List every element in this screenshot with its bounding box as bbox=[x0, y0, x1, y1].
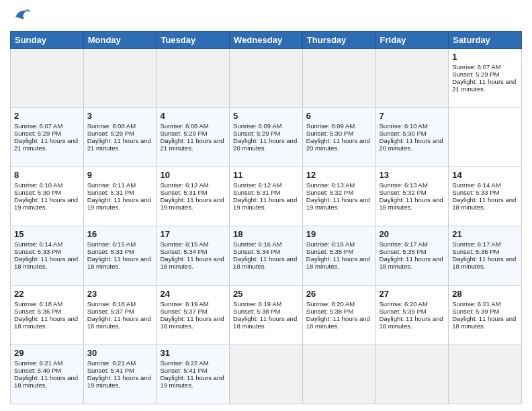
day-number: 24 bbox=[160, 289, 226, 299]
page: SundayMondayTuesdayWednesdayThursdayFrid… bbox=[0, 0, 532, 411]
daylight: Daylight: 11 hours and 19 minutes. bbox=[160, 374, 224, 389]
day-of-week-header: Saturday bbox=[449, 32, 522, 49]
day-number: 14 bbox=[452, 170, 518, 180]
sunrise: Sunrise: 6:17 AM bbox=[452, 240, 500, 248]
day-number: 15 bbox=[14, 229, 80, 239]
sunrise: Sunrise: 6:17 AM bbox=[380, 240, 428, 248]
empty-cell bbox=[83, 49, 157, 108]
sunset: Sunset: 5:39 PM bbox=[380, 308, 427, 315]
day-cell: 8 Sunrise: 6:10 AM Sunset: 5:30 PM Dayli… bbox=[11, 167, 84, 226]
day-cell: 21 Sunrise: 6:17 AM Sunset: 5:36 PM Dayl… bbox=[449, 226, 522, 285]
daylight: Daylight: 11 hours and 21 minutes. bbox=[452, 78, 516, 93]
day-number: 6 bbox=[306, 111, 372, 121]
day-number: 1 bbox=[452, 52, 518, 62]
daylight: Daylight: 11 hours and 18 minutes. bbox=[306, 255, 370, 270]
day-number: 9 bbox=[87, 170, 153, 180]
sunset: Sunset: 5:32 PM bbox=[306, 189, 353, 196]
day-cell: 14 Sunrise: 6:14 AM Sunset: 5:33 PM Dayl… bbox=[449, 167, 522, 226]
day-cell: 19 Sunrise: 6:16 AM Sunset: 5:35 PM Dayl… bbox=[302, 226, 375, 285]
day-cell: 20 Sunrise: 6:17 AM Sunset: 5:35 PM Dayl… bbox=[375, 226, 449, 285]
sunset: Sunset: 5:41 PM bbox=[87, 367, 134, 374]
sunset: Sunset: 5:31 PM bbox=[160, 189, 207, 196]
day-number: 18 bbox=[233, 229, 299, 239]
empty-cell bbox=[449, 345, 522, 404]
days-of-week-row: SundayMondayTuesdayWednesdayThursdayFrid… bbox=[11, 32, 522, 49]
daylight: Daylight: 11 hours and 18 minutes. bbox=[306, 315, 370, 330]
day-of-week-header: Tuesday bbox=[157, 32, 230, 49]
daylight: Daylight: 11 hours and 18 minutes. bbox=[14, 255, 78, 270]
day-cell: 17 Sunrise: 6:15 AM Sunset: 5:34 PM Dayl… bbox=[157, 226, 230, 285]
calendar-week: 1 Sunrise: 6:07 AM Sunset: 5:29 PM Dayli… bbox=[11, 49, 522, 108]
day-number: 11 bbox=[233, 170, 299, 180]
day-cell: 7 Sunrise: 6:10 AM Sunset: 5:30 PM Dayli… bbox=[375, 108, 449, 167]
sunset: Sunset: 5:33 PM bbox=[87, 248, 134, 255]
sunrise: Sunrise: 6:15 AM bbox=[160, 240, 208, 248]
daylight: Daylight: 11 hours and 18 minutes. bbox=[87, 315, 151, 330]
sunset: Sunset: 5:31 PM bbox=[233, 189, 280, 196]
daylight: Daylight: 11 hours and 19 minutes. bbox=[14, 196, 78, 211]
sunrise: Sunrise: 6:10 AM bbox=[14, 181, 62, 189]
daylight: Daylight: 11 hours and 19 minutes. bbox=[87, 196, 151, 211]
sunset: Sunset: 5:33 PM bbox=[14, 248, 61, 255]
sunrise: Sunrise: 6:15 AM bbox=[87, 240, 136, 248]
sunrise: Sunrise: 6:20 AM bbox=[306, 300, 355, 308]
day-cell: 9 Sunrise: 6:11 AM Sunset: 5:31 PM Dayli… bbox=[83, 167, 157, 226]
daylight: Daylight: 11 hours and 20 minutes. bbox=[380, 137, 443, 152]
daylight: Daylight: 11 hours and 18 minutes. bbox=[380, 315, 443, 330]
day-cell: 12 Sunrise: 6:13 AM Sunset: 5:32 PM Dayl… bbox=[302, 167, 375, 226]
sunrise: Sunrise: 6:14 AM bbox=[14, 240, 62, 248]
sunrise: Sunrise: 6:19 AM bbox=[233, 300, 281, 308]
sunset: Sunset: 5:29 PM bbox=[14, 130, 61, 137]
sunrise: Sunrise: 6:16 AM bbox=[306, 240, 355, 248]
day-cell: 24 Sunrise: 6:19 AM Sunset: 5:37 PM Dayl… bbox=[157, 285, 230, 345]
sunrise: Sunrise: 6:16 AM bbox=[233, 240, 281, 248]
day-number: 31 bbox=[160, 348, 226, 358]
calendar-week: 15 Sunrise: 6:14 AM Sunset: 5:33 PM Dayl… bbox=[11, 226, 522, 285]
day-cell: 16 Sunrise: 6:15 AM Sunset: 5:33 PM Dayl… bbox=[83, 226, 157, 285]
calendar-body: 1 Sunrise: 6:07 AM Sunset: 5:29 PM Dayli… bbox=[11, 49, 522, 404]
day-number: 28 bbox=[452, 289, 518, 299]
sunset: Sunset: 5:35 PM bbox=[380, 248, 427, 255]
sunset: Sunset: 5:37 PM bbox=[160, 308, 207, 315]
sunrise: Sunrise: 6:13 AM bbox=[380, 181, 428, 189]
day-of-week-header: Thursday bbox=[302, 32, 375, 49]
daylight: Daylight: 11 hours and 18 minutes. bbox=[233, 315, 297, 330]
day-number: 26 bbox=[306, 289, 372, 299]
day-number: 7 bbox=[380, 111, 445, 121]
sunset: Sunset: 5:34 PM bbox=[160, 248, 207, 255]
day-of-week-header: Friday bbox=[375, 32, 449, 49]
sunset: Sunset: 5:29 PM bbox=[452, 71, 499, 78]
daylight: Daylight: 11 hours and 18 minutes. bbox=[14, 374, 78, 389]
calendar-week: 8 Sunrise: 6:10 AM Sunset: 5:30 PM Dayli… bbox=[11, 167, 522, 226]
sunset: Sunset: 5:33 PM bbox=[452, 189, 499, 196]
day-cell: 18 Sunrise: 6:16 AM Sunset: 5:34 PM Dayl… bbox=[230, 226, 303, 285]
sunset: Sunset: 5:29 PM bbox=[87, 130, 134, 137]
header bbox=[10, 7, 522, 27]
day-number: 20 bbox=[380, 229, 445, 239]
sunset: Sunset: 5:38 PM bbox=[233, 308, 280, 315]
calendar-week: 29 Sunrise: 6:21 AM Sunset: 5:40 PM Dayl… bbox=[11, 345, 522, 404]
sunrise: Sunrise: 6:10 AM bbox=[380, 122, 428, 130]
sunrise: Sunrise: 6:22 AM bbox=[160, 359, 208, 367]
day-cell: 13 Sunrise: 6:13 AM Sunset: 5:32 PM Dayl… bbox=[375, 167, 449, 226]
sunset: Sunset: 5:29 PM bbox=[233, 130, 280, 137]
sunset: Sunset: 5:39 PM bbox=[452, 308, 499, 315]
sunrise: Sunrise: 6:09 AM bbox=[233, 122, 281, 130]
sunset: Sunset: 5:35 PM bbox=[306, 248, 353, 255]
daylight: Daylight: 11 hours and 19 minutes. bbox=[306, 196, 370, 211]
day-number: 23 bbox=[87, 289, 153, 299]
empty-cell bbox=[302, 345, 375, 404]
day-cell: 5 Sunrise: 6:09 AM Sunset: 5:29 PM Dayli… bbox=[230, 108, 303, 167]
day-of-week-header: Wednesday bbox=[230, 32, 303, 49]
day-cell: 3 Sunrise: 6:08 AM Sunset: 5:29 PM Dayli… bbox=[83, 108, 157, 167]
day-cell: 1 Sunrise: 6:07 AM Sunset: 5:29 PM Dayli… bbox=[449, 49, 522, 108]
sunset: Sunset: 5:40 PM bbox=[14, 367, 61, 374]
day-cell: 27 Sunrise: 6:20 AM Sunset: 5:39 PM Dayl… bbox=[375, 285, 449, 345]
day-cell: 31 Sunrise: 6:22 AM Sunset: 5:41 PM Dayl… bbox=[157, 345, 230, 404]
calendar: SundayMondayTuesdayWednesdayThursdayFrid… bbox=[10, 31, 522, 404]
empty-cell bbox=[230, 49, 303, 108]
empty-cell bbox=[11, 49, 84, 108]
sunrise: Sunrise: 6:12 AM bbox=[233, 181, 281, 189]
daylight: Daylight: 11 hours and 18 minutes. bbox=[233, 255, 297, 270]
daylight: Daylight: 11 hours and 18 minutes. bbox=[14, 315, 78, 330]
